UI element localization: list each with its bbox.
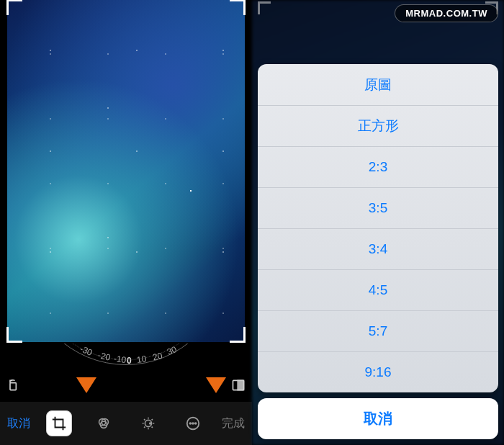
action-sheet-container: 原圖 正方形 2:3 3:5 3:4 4:5 5:7 9:16 取消 — [258, 64, 498, 439]
tool-more[interactable] — [180, 410, 206, 436]
dial-tick: -20 — [97, 350, 112, 363]
tool-crop[interactable] — [46, 410, 72, 436]
tool-light[interactable] — [135, 410, 161, 436]
phone-right-aspect-sheet: MRMAD.COM.TW 原圖 正方形 2:3 3:5 3:4 4:5 5:7 … — [252, 0, 504, 445]
annotation-arrow-left — [76, 377, 96, 393]
watermark-text: MRMAD.COM.TW — [395, 4, 498, 22]
aspect-option-square[interactable]: 正方形 — [258, 105, 498, 146]
rotation-dial[interactable]: -30 -20 -10 0 10 20 30 — [0, 343, 252, 374]
svg-point-9 — [189, 423, 191, 424]
svg-point-10 — [192, 423, 194, 424]
svg-point-7 — [149, 422, 152, 425]
crop-canvas[interactable] — [7, 0, 245, 342]
aspect-option-9-16[interactable]: 9:16 — [258, 351, 498, 392]
svg-rect-0 — [10, 383, 16, 390]
crop-handle-top-left[interactable] — [6, 0, 22, 15]
phone-left-crop-editor: -30 -20 -10 0 10 20 30 — [0, 0, 252, 445]
dial-tick: 30 — [166, 344, 179, 357]
dial-tick: -30 — [78, 343, 94, 358]
dial-tick: 20 — [152, 351, 163, 363]
crop-handle-bottom-right[interactable] — [230, 327, 246, 343]
screenshot-pair: -30 -20 -10 0 10 20 30 — [0, 0, 504, 445]
aspect-option-3-4[interactable]: 3:4 — [258, 228, 498, 269]
svg-point-11 — [195, 423, 197, 424]
aspect-option-original[interactable]: 原圖 — [258, 64, 498, 105]
photo-galaxy — [7, 0, 245, 342]
tool-filters[interactable] — [91, 410, 117, 436]
bottom-toolbar: 取消 — [0, 402, 252, 445]
crop-options-row — [0, 372, 252, 399]
done-button[interactable]: 完成 — [217, 412, 249, 436]
dial-tick: -10 — [113, 354, 127, 365]
crop-handle-top-left — [258, 1, 271, 14]
watermark: MRMAD.COM.TW — [395, 4, 498, 22]
aspect-option-4-5[interactable]: 4:5 — [258, 269, 498, 310]
svg-rect-2 — [238, 380, 243, 390]
aspect-option-3-5[interactable]: 3:5 — [258, 187, 498, 228]
rotate-90-button[interactable] — [6, 377, 22, 393]
dial-tick: 10 — [136, 354, 147, 365]
crop-handle-top-right[interactable] — [230, 0, 246, 15]
aspect-option-5-7[interactable]: 5:7 — [258, 310, 498, 351]
dial-tick: 0 — [127, 356, 132, 366]
action-sheet-cancel-button[interactable]: 取消 — [258, 398, 498, 439]
aspect-ratio-button[interactable] — [230, 377, 246, 393]
crop-handle-bottom-left[interactable] — [6, 327, 22, 343]
cancel-button[interactable]: 取消 — [3, 412, 35, 436]
aspect-ratio-action-sheet: 原圖 正方形 2:3 3:5 3:4 4:5 5:7 9:16 — [258, 64, 498, 392]
aspect-option-2-3[interactable]: 2:3 — [258, 146, 498, 187]
annotation-arrow-right — [206, 377, 226, 393]
